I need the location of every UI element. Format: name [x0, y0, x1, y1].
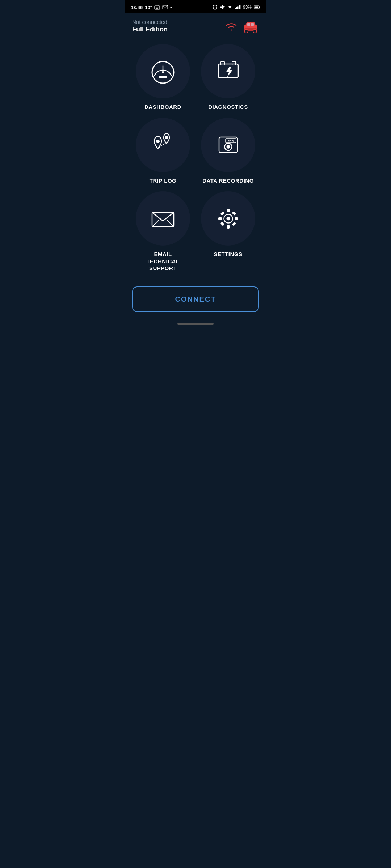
car-icon	[242, 20, 259, 33]
data-recording-item[interactable]: REC DATA RECORDING	[197, 118, 259, 184]
svg-rect-13	[237, 7, 239, 10]
svg-line-42	[167, 220, 174, 227]
svg-point-33	[165, 136, 168, 139]
trip-log-item[interactable]: TRIP LOG	[132, 118, 194, 184]
time-display: 13:46	[131, 5, 143, 10]
svg-rect-17	[255, 7, 258, 8]
settings-label: SETTINGS	[214, 251, 242, 258]
settings-icon-circle	[201, 191, 255, 246]
svg-text:REC: REC	[227, 140, 234, 143]
svg-point-1	[156, 7, 158, 9]
wifi-icon	[225, 21, 238, 32]
settings-item[interactable]: SETTINGS	[197, 191, 259, 272]
battery-display: 93%	[243, 5, 252, 10]
dashboard-label: DASHBOARD	[144, 103, 181, 111]
svg-rect-47	[218, 217, 222, 220]
header-text: Not connected Full Edition	[132, 19, 168, 33]
dot-indicator: •	[170, 5, 172, 10]
svg-point-22	[253, 29, 257, 33]
email-icon-main	[148, 206, 177, 231]
signal-icon	[235, 5, 241, 9]
diagnostics-icon	[213, 59, 244, 84]
status-bar: 13:46 10° •	[125, 0, 266, 13]
svg-marker-8	[220, 5, 223, 9]
svg-rect-14	[239, 5, 240, 9]
diagnostics-item[interactable]: DIAGNOSTICS	[197, 44, 259, 111]
svg-point-32	[156, 140, 160, 143]
svg-rect-28	[159, 76, 167, 78]
diagnostics-label: DIAGNOSTICS	[208, 103, 248, 111]
header-icons	[225, 20, 259, 33]
battery-icon	[254, 5, 260, 9]
svg-rect-24	[251, 23, 254, 26]
edition-label: Full Edition	[132, 26, 168, 33]
email-support-icon-circle	[136, 191, 190, 246]
svg-rect-23	[247, 23, 250, 26]
wifi-status-icon	[227, 5, 233, 9]
svg-line-6	[213, 5, 214, 6]
data-recording-icon: REC	[215, 131, 242, 158]
email-support-item[interactable]: EMAILTECHNICALSUPPORT	[132, 191, 194, 272]
mute-icon	[220, 5, 225, 10]
svg-rect-0	[155, 6, 160, 9]
svg-point-21	[244, 29, 248, 33]
home-indicator	[177, 323, 214, 325]
status-bar-right: 93%	[213, 5, 260, 10]
svg-point-27	[162, 71, 164, 73]
status-bar-left: 13:46 10° •	[131, 5, 172, 10]
alarm-icon	[213, 5, 218, 10]
data-recording-label: DATA RECORDING	[202, 177, 254, 184]
svg-rect-12	[236, 7, 237, 9]
email-icon	[162, 5, 168, 9]
svg-rect-45	[227, 209, 230, 212]
svg-line-41	[152, 220, 159, 227]
connect-button[interactable]: CONNECT	[132, 286, 259, 312]
diagnostics-icon-circle	[201, 44, 255, 98]
svg-point-44	[226, 217, 230, 220]
svg-rect-48	[235, 217, 238, 220]
svg-rect-50	[232, 211, 236, 215]
app-header: Not connected Full Edition	[125, 13, 266, 37]
data-recording-icon-circle: REC	[201, 118, 255, 172]
trip-log-label: TRIP LOG	[150, 177, 177, 184]
svg-rect-11	[235, 8, 236, 9]
svg-point-39	[226, 145, 230, 149]
settings-icon	[215, 205, 242, 232]
svg-rect-49	[220, 211, 224, 215]
photo-icon	[154, 5, 160, 10]
connection-status: Not connected	[132, 19, 168, 25]
svg-rect-31	[232, 61, 236, 65]
trip-log-icon	[148, 131, 178, 159]
main-grid: DASHBOARD DIAGNOSTICS	[125, 37, 266, 279]
email-support-label: EMAILTECHNICALSUPPORT	[146, 251, 179, 272]
dashboard-item[interactable]: DASHBOARD	[132, 44, 194, 111]
svg-line-7	[216, 5, 217, 6]
svg-rect-51	[220, 221, 224, 226]
dashboard-icon-circle	[136, 44, 190, 98]
connect-btn-wrapper: CONNECT	[125, 279, 266, 323]
temperature-display: 10°	[145, 5, 152, 10]
svg-rect-30	[221, 61, 224, 65]
svg-rect-52	[232, 221, 236, 226]
svg-line-5	[215, 8, 216, 8]
svg-rect-15	[240, 5, 241, 9]
dashboard-icon	[148, 59, 177, 84]
svg-rect-46	[227, 225, 230, 229]
trip-log-icon-circle	[136, 118, 190, 172]
